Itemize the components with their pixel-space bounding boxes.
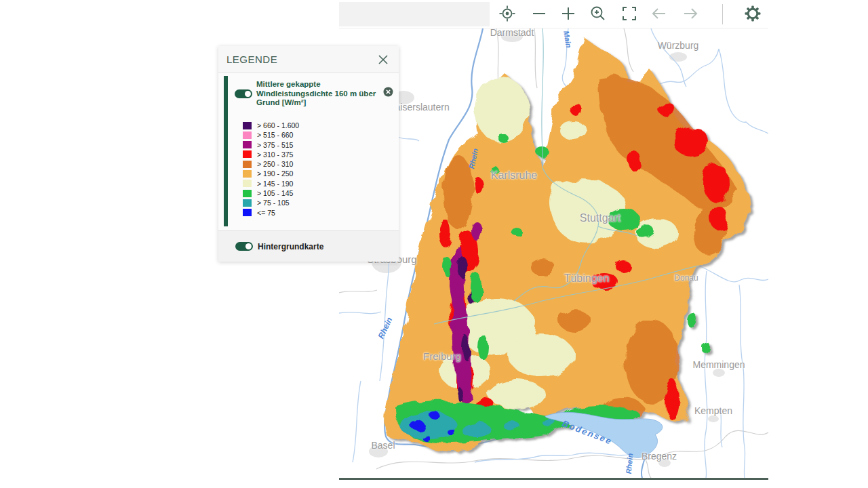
legend-header: LEGENDE — [218, 46, 399, 73]
legend-title: LEGENDE — [226, 54, 277, 65]
locate-button[interactable] — [496, 3, 518, 24]
bodensee-lake — [545, 412, 663, 478]
zoom-in-button[interactable] — [557, 3, 579, 24]
box-zoom-button[interactable] — [587, 3, 609, 24]
legend-class-swatch — [243, 131, 252, 139]
legend-content: Mittlere gekappte Windleistungsdichte 16… — [218, 73, 399, 230]
legend-class-label: > 515 - 660 — [257, 131, 293, 139]
legend-class-label: > 75 - 105 — [257, 199, 290, 207]
legend-class-swatch — [243, 122, 252, 129]
legend-class-swatch — [243, 161, 252, 168]
legend-class-label: > 250 - 310 — [257, 160, 293, 168]
layer-remove-button[interactable] — [383, 87, 393, 99]
legend-class-label: > 190 - 250 — [257, 169, 293, 178]
legend-class-label: <= 75 — [257, 209, 275, 217]
state-shape — [384, 38, 749, 451]
legend-class-label: > 105 - 145 — [257, 189, 293, 197]
close-icon — [378, 54, 389, 65]
previous-extent-button[interactable] — [648, 3, 670, 24]
background-map-label: Hintergrundkarte — [258, 242, 323, 251]
settings-button[interactable] — [742, 3, 764, 24]
toolbar-divider — [722, 4, 723, 24]
legend-class-row: > 145 - 190 — [243, 180, 399, 187]
legend-class-row: > 105 - 145 — [243, 190, 399, 197]
legend-close-button[interactable] — [376, 52, 391, 67]
page: DarmstadtWürzburgKaiserslauternKarlsruhe… — [0, 0, 868, 488]
map-toolbar — [339, 0, 768, 28]
map-viewport[interactable]: DarmstadtWürzburgKaiserslauternKarlsruhe… — [339, 28, 768, 480]
legend-class-label: > 660 - 1.600 — [257, 121, 299, 129]
locate-icon — [498, 5, 516, 22]
settings-gear-icon — [744, 5, 762, 22]
box-zoom-icon — [589, 5, 607, 22]
legend-class-swatch — [243, 209, 252, 216]
previous-extent-icon — [650, 5, 668, 22]
legend-panel: LEGENDE Mittlere gekappte Windleistungsd… — [218, 46, 399, 262]
layer-accent-bar — [224, 76, 228, 226]
legend-class-row: <= 75 — [243, 209, 399, 216]
legend-class-row: > 660 - 1.600 — [243, 122, 399, 129]
layer-label: Mittlere gekappte Windleistungsdichte 16… — [256, 80, 383, 108]
legend-class-row: > 515 - 660 — [243, 131, 399, 139]
legend-class-swatch — [243, 180, 252, 187]
layer-toggle[interactable] — [235, 89, 252, 98]
wind-density-map — [339, 28, 768, 478]
state-layer — [384, 38, 749, 451]
zoom-out-button[interactable] — [528, 3, 550, 24]
legend-class-label: > 310 - 375 — [257, 150, 293, 159]
legend-class-swatch — [243, 199, 252, 207]
legend-class-row: > 75 - 105 — [243, 199, 399, 207]
fullscreen-icon — [621, 5, 637, 22]
background-map-toggle[interactable] — [235, 242, 253, 251]
fullscreen-button[interactable] — [618, 3, 640, 24]
remove-circle-icon — [383, 87, 393, 97]
search-input[interactable] — [339, 2, 490, 26]
legend-class-row: > 250 - 310 — [243, 161, 399, 168]
legend-class-row: > 310 - 375 — [243, 150, 399, 158]
legend-class-row: > 190 - 250 — [243, 170, 399, 178]
legend-class-swatch — [243, 170, 252, 178]
legend-class-swatch — [243, 190, 252, 197]
next-extent-icon — [682, 5, 699, 22]
zoom-in-icon — [560, 5, 576, 22]
legend-class-label: > 145 - 190 — [257, 180, 293, 188]
legend-class-swatch — [243, 150, 252, 158]
legend-class-swatch — [243, 141, 252, 148]
next-extent-button[interactable] — [679, 3, 701, 24]
zoom-out-icon — [531, 5, 547, 22]
legend-class-row: > 375 - 515 — [243, 141, 399, 148]
layer-row: Mittlere gekappte Windleistungsdichte 16… — [218, 73, 399, 108]
legend-class-label: > 375 - 515 — [257, 141, 293, 149]
legend-class-list: > 660 - 1.600> 515 - 660> 375 - 515> 310… — [243, 122, 399, 217]
legend-footer: Hintergrundkarte — [218, 230, 399, 262]
